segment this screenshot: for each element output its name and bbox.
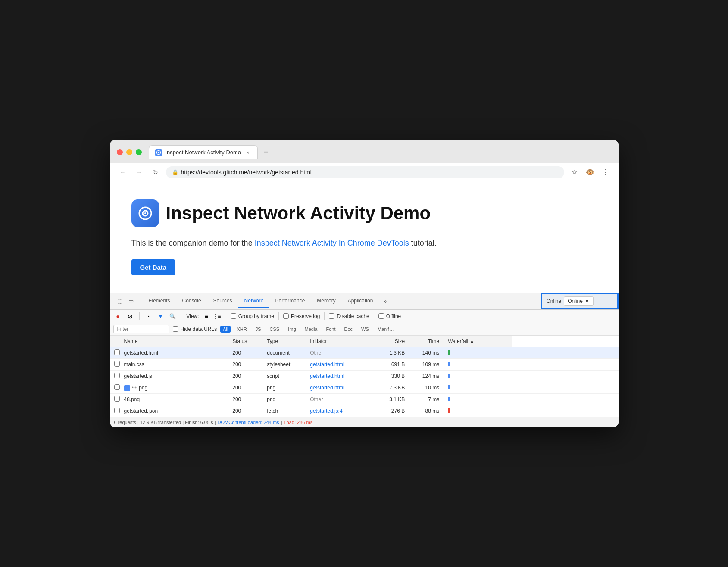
table-row[interactable]: getstarted.html200documentOther1.3 KB146…	[110, 347, 619, 359]
minimize-window-button[interactable]	[126, 149, 132, 155]
maximize-window-button[interactable]	[136, 149, 142, 155]
cell-status: 200	[228, 405, 262, 417]
offline-checkbox[interactable]	[378, 313, 384, 319]
profile-button[interactable]: 🐵	[584, 166, 596, 178]
cell-waterfall	[444, 394, 618, 405]
search-button[interactable]: 🔍	[168, 312, 178, 321]
record-button[interactable]: ●	[113, 312, 123, 321]
waterfall-bar	[448, 397, 450, 401]
reload-button[interactable]: ↻	[150, 166, 162, 178]
table-row[interactable]: 96.png200pnggetstarted.html7.3 KB10 ms	[110, 382, 619, 394]
page-content: Inspect Network Activity Demo This is th…	[110, 182, 619, 293]
cell-name: getstarted.html	[120, 347, 228, 359]
cell-name: main.css	[120, 359, 228, 371]
hide-data-urls-checkbox[interactable]	[173, 326, 178, 332]
tabs-row: Inspect Network Activity Demo × +	[149, 145, 612, 159]
th-checkbox	[110, 336, 120, 347]
cursor-icon[interactable]: ⬚	[115, 296, 125, 306]
filter-type-xhr[interactable]: XHR	[234, 326, 249, 333]
tab-close-button[interactable]: ×	[244, 149, 251, 156]
active-tab[interactable]: Inspect Network Activity Demo ×	[149, 145, 258, 159]
table-row[interactable]: main.css200stylesheetgetstarted.html691 …	[110, 359, 619, 371]
tab-sources[interactable]: Sources	[207, 294, 238, 308]
disable-cache-label[interactable]: Disable cache	[329, 313, 369, 319]
tab-performance[interactable]: Performance	[269, 294, 311, 308]
tab-network[interactable]: Network	[238, 294, 269, 308]
table-row[interactable]: getstarted.json200fetchgetstarted.js:427…	[110, 405, 619, 417]
waterfall-bar	[448, 374, 450, 378]
back-button[interactable]: ←	[117, 166, 129, 178]
menu-button[interactable]: ⋮	[600, 166, 612, 178]
th-initiator[interactable]: Initiator	[306, 336, 375, 347]
clear-button[interactable]: ⊘	[125, 312, 135, 321]
tab-application[interactable]: Application	[342, 294, 379, 308]
list-view-button[interactable]: ≡	[202, 312, 211, 321]
load-time: Load: 286 ms	[284, 420, 312, 425]
cell-time: 7 ms	[409, 394, 444, 405]
tab-more[interactable]: »	[379, 294, 391, 308]
cell-initiator: Other	[306, 347, 375, 359]
filter-input[interactable]	[113, 325, 169, 333]
filter-type-css[interactable]: CSS	[267, 326, 282, 333]
cell-initiator[interactable]: getstarted.html	[306, 371, 375, 382]
tutorial-link[interactable]: Inspect Network Activity In Chrome DevTo…	[255, 239, 409, 247]
separator-6	[374, 312, 374, 320]
th-name[interactable]: Name	[120, 336, 228, 347]
cell-initiator[interactable]: getstarted.html	[306, 359, 375, 371]
filter-type-manif[interactable]: Manif…	[375, 326, 397, 333]
filter-type-js[interactable]: JS	[253, 326, 264, 333]
th-waterfall[interactable]: Waterfall ▲	[444, 336, 512, 347]
cell-time: 124 ms	[409, 371, 444, 382]
cell-type: png	[262, 382, 306, 394]
cell-size: 330 B	[375, 371, 409, 382]
tree-view-button[interactable]: ⋮≡	[212, 312, 222, 321]
filter-type-img[interactable]: Img	[285, 326, 298, 333]
svg-point-4	[144, 212, 146, 214]
cell-status: 200	[228, 382, 262, 394]
tab-memory[interactable]: Memory	[311, 294, 341, 308]
close-window-button[interactable]	[117, 149, 123, 155]
filter-button[interactable]: ▾	[156, 312, 166, 321]
filter-type-ws[interactable]: WS	[359, 326, 372, 333]
tab-console[interactable]: Console	[176, 294, 207, 308]
th-time[interactable]: Time	[409, 336, 444, 347]
offline-label[interactable]: Offline	[378, 313, 401, 319]
filter-type-media[interactable]: Media	[302, 326, 320, 333]
row-checkbox[interactable]	[114, 408, 120, 413]
filter-type-font[interactable]: Font	[323, 326, 338, 333]
disable-cache-checkbox[interactable]	[329, 313, 334, 319]
row-checkbox[interactable]	[114, 396, 120, 402]
url-bar[interactable]: 🔒 https://devtools.glitch.me/network/get…	[166, 166, 564, 178]
cell-initiator[interactable]: getstarted.html	[306, 382, 375, 394]
device-icon[interactable]: ▭	[126, 296, 136, 306]
row-checkbox[interactable]	[114, 349, 120, 355]
cell-name: 96.png	[120, 382, 228, 394]
filter-type-all[interactable]: All	[220, 326, 231, 333]
browser-window: Inspect Network Activity Demo × + ← → ↻ …	[110, 140, 619, 427]
new-tab-button[interactable]: +	[259, 145, 273, 159]
hide-data-urls-label[interactable]: Hide data URLs	[173, 326, 217, 332]
page-subtitle: This is the companion demo for the Inspe…	[131, 237, 597, 249]
camera-button[interactable]: ▪	[144, 312, 153, 321]
table-row[interactable]: getstarted.js200scriptgetstarted.html330…	[110, 371, 619, 382]
forward-button[interactable]: →	[133, 166, 145, 178]
th-size[interactable]: Size	[375, 336, 409, 347]
row-checkbox[interactable]	[114, 384, 120, 390]
preserve-log-checkbox[interactable]	[283, 313, 289, 319]
th-type[interactable]: Type	[262, 336, 306, 347]
table-row[interactable]: 48.png200pngOther3.1 KB7 ms	[110, 394, 619, 405]
online-dropdown[interactable]: Online ▼	[564, 296, 594, 306]
filter-type-doc[interactable]: Doc	[341, 326, 355, 333]
preserve-log-label[interactable]: Preserve log	[283, 313, 320, 319]
cell-initiator[interactable]: getstarted.js:4	[306, 405, 375, 417]
bookmark-button[interactable]: ☆	[569, 166, 581, 178]
separator-3	[226, 312, 226, 320]
th-status[interactable]: Status	[228, 336, 262, 347]
group-by-frame-label[interactable]: Group by frame	[231, 313, 274, 319]
get-data-button[interactable]: Get Data	[131, 259, 175, 275]
view-icons: ≡ ⋮≡	[202, 312, 222, 321]
row-checkbox[interactable]	[114, 361, 120, 367]
tab-elements[interactable]: Elements	[143, 294, 176, 308]
group-by-frame-checkbox[interactable]	[231, 313, 236, 319]
row-checkbox[interactable]	[114, 373, 120, 378]
